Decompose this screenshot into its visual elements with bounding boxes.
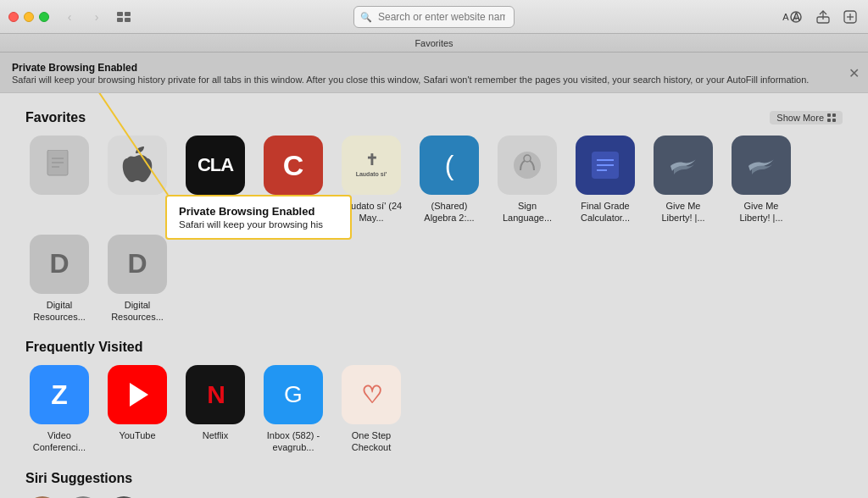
fav-label: Cathedral Catholic Hi...	[260, 200, 326, 224]
main-content: Private Browsing Enabled Safari will kee…	[0, 93, 868, 498]
grid-icon	[827, 113, 836, 122]
tab-overview-button[interactable]	[114, 8, 134, 26]
search-input[interactable]	[353, 6, 515, 28]
frequently-visited-item[interactable]: G Inbox (582) - evagrub...	[259, 365, 327, 454]
liberty-bird-icon	[665, 147, 701, 183]
frequently-visited-item[interactable]: N Netflix	[181, 365, 249, 454]
tab-grid-icon	[117, 12, 131, 22]
frequently-visited-item[interactable]: Z Video Conferenci...	[25, 365, 93, 454]
tab-bar: Favorites	[0, 34, 868, 53]
private-browsing-bar: Private Browsing Enabled Safari will kee…	[0, 53, 868, 93]
favorite-item[interactable]: ( (Shared) Algebra 2:...	[415, 136, 483, 224]
favorites-title: Favorites	[25, 110, 86, 125]
fav-label: Digital Resources...	[104, 299, 170, 324]
fav-icon-gmail: G	[264, 365, 323, 424]
sign-language-icon	[509, 147, 546, 184]
favorite-item[interactable]: Sign Language...	[493, 136, 561, 224]
favorite-item[interactable]: D Digital Resources...	[25, 235, 93, 324]
svg-point-22	[524, 155, 531, 162]
fav-icon-zoom: Z	[30, 365, 89, 424]
frequently-visited-item[interactable]: ♡ One Step Checkout	[337, 365, 405, 454]
search-bar: 🔍	[353, 6, 515, 28]
favorite-item[interactable]: D Digital Resources...	[103, 235, 171, 324]
show-more-button[interactable]: Show More	[770, 111, 843, 125]
fav-icon-digital2: D	[108, 235, 167, 294]
fav-icon-apple	[108, 136, 167, 195]
favorite-item[interactable]: C Cathedral Catholic Hi...	[259, 136, 327, 224]
reader-icon: i	[788, 11, 804, 23]
favorites-header: Favorites Show More	[25, 110, 843, 125]
grade-calc-icon	[588, 148, 622, 182]
favorite-item[interactable]: ✝ Laudato si' Laudato sí' (24 May...	[337, 136, 405, 224]
liberty-bird-icon-2	[743, 147, 779, 183]
svg-rect-14	[827, 119, 831, 122]
svg-rect-0	[117, 12, 123, 16]
favorite-item[interactable]	[103, 136, 171, 224]
tab-title: Favorites	[415, 38, 453, 48]
fav-label: Give Me Liberty! |...	[728, 200, 794, 224]
svg-text:i: i	[795, 14, 797, 22]
favorite-item[interactable]	[25, 136, 93, 224]
favorite-item[interactable]: Give Me Liberty! |...	[727, 136, 795, 224]
fav-icon-digital1: D	[30, 235, 89, 294]
fav-icon-onestep: ♡	[342, 365, 401, 424]
fav-label: Netflix	[203, 429, 229, 441]
forward-button[interactable]: ›	[85, 8, 108, 26]
fav-icon-netflix: N	[186, 365, 245, 424]
siri-suggestions-title: Siri Suggestions	[25, 471, 132, 486]
frequently-visited-header: Frequently Visited	[25, 340, 843, 355]
search-icon: 🔍	[360, 11, 372, 22]
svg-rect-1	[125, 12, 131, 16]
fav-icon-sign	[498, 136, 557, 195]
frequently-visited-section: Frequently Visited Z Video Conferenci...…	[25, 340, 843, 454]
frequently-visited-item[interactable]: YouTube	[103, 365, 171, 454]
fav-icon-laudato: ✝ Laudato si'	[342, 136, 401, 195]
favorite-item[interactable]: Final Grade Calculator...	[571, 136, 639, 224]
show-more-label: Show More	[776, 113, 824, 123]
favorites-section: Favorites Show More	[25, 110, 843, 323]
fav-label: Give Me Liberty! |...	[650, 200, 716, 224]
fav-icon-liberty1	[654, 136, 713, 195]
maximize-button[interactable]	[39, 12, 49, 22]
fav-label: Sign Language...	[494, 200, 560, 224]
frequently-visited-grid: Z Video Conferenci... YouTube N Netflix …	[25, 365, 843, 454]
fav-icon-cla: CLA	[186, 136, 245, 195]
fav-label: One Step Checkout	[338, 429, 404, 454]
fav-icon-c-red: C	[264, 136, 323, 195]
svg-rect-13	[832, 113, 836, 117]
svg-rect-15	[832, 119, 836, 122]
fav-label: Inbox (582) - evagrub...	[260, 429, 326, 454]
fav-label: Laudato sí' (24 May...	[338, 200, 404, 224]
title-bar: ‹ › 🔍 A A i	[0, 0, 868, 34]
fav-icon-file	[30, 136, 89, 195]
reader-button[interactable]: i	[785, 8, 807, 26]
share-icon	[816, 10, 830, 24]
toolbar-right: i	[785, 8, 861, 26]
favorite-item[interactable]: CLA Purdue OWL: MLA...	[181, 136, 249, 224]
new-tab-icon	[843, 10, 857, 24]
nav-buttons: ‹ ›	[58, 8, 108, 26]
fav-icon-shared: (	[420, 136, 479, 195]
fav-label: Final Grade Calculator...	[572, 200, 638, 224]
apple-logo-icon	[120, 147, 154, 184]
siri-suggestions-header: Siri Suggestions	[25, 471, 843, 486]
fav-icon-youtube	[108, 365, 167, 424]
fav-label: YouTube	[119, 429, 155, 441]
close-button[interactable]	[8, 12, 19, 22]
favorite-item[interactable]: Give Me Liberty! |...	[649, 136, 717, 224]
share-button[interactable]	[812, 8, 834, 26]
svg-rect-2	[117, 18, 123, 22]
fav-label: Digital Resources...	[26, 299, 92, 324]
file-icon	[46, 150, 73, 180]
svg-rect-3	[125, 18, 131, 22]
new-tab-button[interactable]	[839, 8, 861, 26]
fav-icon-liberty2	[732, 136, 791, 195]
svg-rect-12	[827, 113, 831, 117]
private-browsing-close-button[interactable]: ✕	[849, 64, 860, 80]
fav-label: (Shared) Algebra 2:...	[416, 200, 482, 224]
traffic-lights	[8, 12, 49, 22]
back-button[interactable]: ‹	[58, 8, 81, 26]
minimize-button[interactable]	[24, 12, 34, 22]
frequently-visited-title: Frequently Visited	[25, 340, 142, 355]
private-browsing-description: Safari will keep your browsing history p…	[12, 75, 856, 85]
